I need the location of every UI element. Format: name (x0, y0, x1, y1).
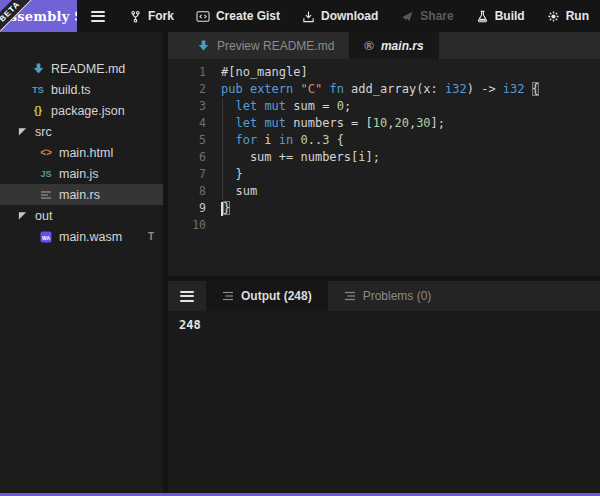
fork-icon (129, 10, 142, 23)
folder-arrow-icon (18, 127, 27, 136)
tree-file-main-js[interactable]: JSmain.js (0, 163, 163, 184)
markdown-icon (197, 39, 210, 52)
tree-file-build-ts[interactable]: TSbuild.ts (0, 79, 163, 100)
typescript-icon: TS (32, 85, 44, 95)
line-content: for i in 0..3 { (221, 132, 344, 149)
json-icon: {} (34, 106, 42, 116)
tree-file-package-json[interactable]: {}package.json (0, 100, 163, 121)
tree-item-label: main.wasm (59, 230, 122, 244)
code-line-4: 4 let mut numbers = [10,20,30]; (168, 115, 600, 132)
line-content: sum (221, 183, 257, 200)
line-number: 9 (168, 200, 221, 217)
line-content: } (221, 166, 243, 183)
toolbar-items: ForkCreate GistDownloadShareBuildRun (118, 0, 600, 32)
markdown-icon (32, 62, 45, 75)
code-line-1: 1#[no_mangle] (168, 64, 600, 81)
panel-tab-label: Problems (0) (363, 289, 432, 303)
panel-menu-icon (180, 291, 194, 302)
code-line-2: 2pub extern "C" fn add_array(x: i32) -> … (168, 81, 600, 98)
tab-main-rs[interactable]: ®main.rs (349, 32, 438, 59)
run-button[interactable]: Run (536, 0, 600, 32)
tree-item-label: main.js (59, 167, 99, 181)
gist-icon (196, 10, 210, 23)
wasm-icon: WA (40, 231, 52, 243)
code-line-10: 10 (168, 217, 600, 234)
code-line-8: 8 sum (168, 183, 600, 200)
share-icon (400, 10, 414, 23)
tab-label: main.rs (381, 39, 424, 53)
run-label: Run (566, 9, 589, 23)
line-number: 1 (168, 64, 221, 81)
tree-item-label: main.html (59, 146, 113, 160)
line-content: #[no_mangle] (221, 64, 308, 81)
panel-menu-button[interactable] (168, 281, 206, 311)
tree-item-badge: T (148, 231, 154, 242)
code-line-3: 3 let mut sum = 0; (168, 98, 600, 115)
output-panel: 248 (168, 311, 600, 493)
build-icon (476, 10, 489, 23)
tab-preview-readme-md[interactable]: Preview README.md (182, 32, 349, 59)
tree-file-readme-md[interactable]: README.md (0, 58, 163, 79)
share-button[interactable]: Share (389, 0, 464, 32)
code-lines: 1#[no_mangle]2pub extern "C" fn add_arra… (168, 64, 600, 234)
fork-button[interactable]: Fork (118, 0, 185, 32)
problems-icon (344, 290, 356, 302)
line-number: 3 (168, 98, 221, 115)
tree-item-label: src (35, 125, 52, 139)
javascript-icon: JS (40, 169, 51, 179)
main-area: README.mdTSbuild.ts{}package.jsonsrc<>ma… (0, 32, 600, 493)
fork-label: Fork (148, 9, 174, 23)
html-icon: <> (40, 148, 52, 158)
rust-icon: ® (364, 41, 374, 51)
tree-item-label: README.md (51, 62, 125, 76)
main-toolbar: ForkCreate GistDownloadShareBuildRun (77, 0, 600, 32)
panel-tab-output[interactable]: Output (248) (206, 281, 328, 311)
build-label: Build (495, 9, 525, 23)
line-content: } (221, 200, 230, 217)
tree-item-label: main.rs (59, 188, 100, 202)
panel-tab-problems[interactable]: Problems (0) (328, 281, 448, 311)
code-line-5: 5 for i in 0..3 { (168, 132, 600, 149)
line-content: sum += numbers[i]; (221, 149, 380, 166)
line-number: 5 (168, 132, 221, 149)
line-number: 4 (168, 115, 221, 132)
line-content: let mut numbers = [10,20,30]; (221, 115, 445, 132)
line-number: 7 (168, 166, 221, 183)
line-number: 6 (168, 149, 221, 166)
top-bar: BETA WebAssembly Studio ForkCreate GistD… (0, 0, 600, 32)
panel-tab-bar: Output (248)Problems (0) (168, 281, 600, 311)
tree-folder-out[interactable]: out (0, 205, 163, 226)
tree-folder-src[interactable]: src (0, 121, 163, 142)
svg-text:WA: WA (42, 235, 50, 241)
line-number: 8 (168, 183, 221, 200)
tree-file-main-html[interactable]: <>main.html (0, 142, 163, 163)
tab-label: Preview README.md (217, 39, 334, 53)
panel-tabs: Output (248)Problems (0) (206, 281, 447, 311)
webassembly-studio-app: BETA WebAssembly Studio ForkCreate GistD… (0, 0, 600, 496)
tree-item-label: package.json (51, 104, 125, 118)
brand-header: BETA WebAssembly Studio (0, 0, 77, 32)
build-button[interactable]: Build (465, 0, 536, 32)
file-tree: README.mdTSbuild.ts{}package.jsonsrc<>ma… (0, 32, 163, 493)
panel-tab-label: Output (248) (241, 289, 312, 303)
line-number: 10 (168, 217, 221, 234)
editor-column: Preview README.md®main.rs 1#[no_mangle]2… (168, 32, 600, 493)
tree-file-main-wasm[interactable]: WAmain.wasmT (0, 226, 163, 247)
create-gist-button[interactable]: Create Gist (185, 0, 291, 32)
tree-item-label: out (35, 209, 52, 223)
menu-button[interactable] (91, 11, 105, 22)
code-line-6: 6 sum += numbers[i]; (168, 149, 600, 166)
run-icon (547, 10, 560, 23)
code-editor[interactable]: 1#[no_mangle]2pub extern "C" fn add_arra… (168, 59, 600, 276)
code-line-9: 9} (168, 200, 600, 217)
line-number: 2 (168, 81, 221, 98)
download-button[interactable]: Download (291, 0, 389, 32)
code-line-7: 7 } (168, 166, 600, 183)
create-gist-label: Create Gist (216, 9, 280, 23)
download-label: Download (321, 9, 378, 23)
indent-guide (222, 98, 223, 200)
output-icon (222, 290, 234, 302)
tree-file-main-rs[interactable]: main.rs (0, 184, 163, 205)
download-icon (302, 10, 315, 23)
share-label: Share (420, 9, 453, 23)
